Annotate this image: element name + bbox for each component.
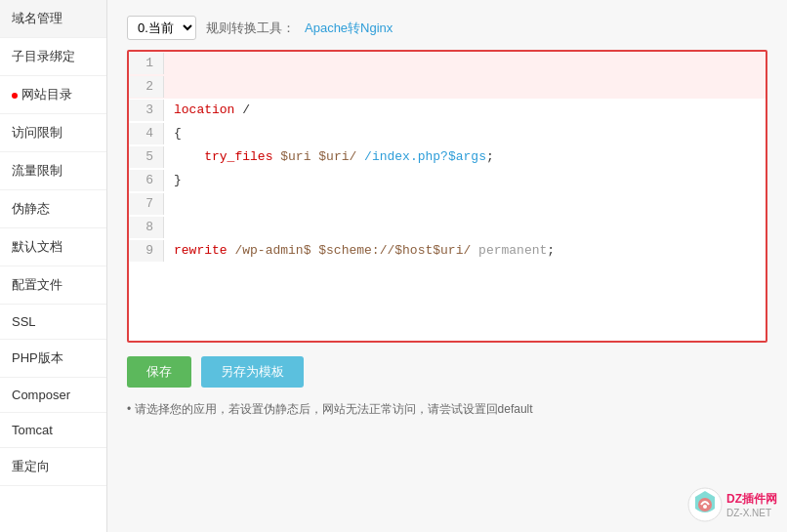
line-num-1: 1 [129, 53, 164, 74]
watermark: DZ插件网 DZ-X.NET [687, 487, 777, 522]
code-lines: 1 2 3 location / 4 { 5 try_files $ [129, 52, 766, 263]
sidebar-item-config[interactable]: 配置文件 [0, 266, 106, 305]
save-template-button[interactable]: 另存为模板 [201, 356, 304, 388]
watermark-logo-icon [687, 487, 723, 522]
watermark-url: DZ-X.NET [726, 508, 777, 518]
line-num-7: 7 [129, 193, 164, 215]
code-line-1: 1 [129, 52, 766, 75]
main-content: 0.当前 规则转换工具： Apache转Nginx 1 2 3 location… [107, 0, 787, 532]
svg-point-2 [703, 505, 707, 509]
watermark-text-block: DZ插件网 DZ-X.NET [726, 491, 777, 518]
line-num-8: 8 [129, 217, 164, 238]
line-content-4: { [164, 123, 182, 144]
sidebar-item-access[interactable]: 访问限制 [0, 114, 106, 152]
line-content-5: try_files $uri $uri/ /index.php?$args; [164, 146, 494, 168]
line-num-9: 9 [129, 240, 164, 262]
sidebar-item-redirect[interactable]: 重定向 [0, 448, 106, 486]
sidebar-item-webdir[interactable]: 网站目录 [0, 76, 106, 114]
sidebar-item-rewrite[interactable]: 伪静态 [0, 190, 106, 228]
code-editor[interactable]: 1 2 3 location / 4 { 5 try_files $ [127, 50, 767, 343]
code-line-7: 7 [129, 192, 766, 216]
sidebar-item-composer[interactable]: Composer [0, 378, 106, 413]
note-text: • 请选择您的应用，若设置伪静态后，网站无法正常访问，请尝试设置回default [127, 401, 767, 418]
sidebar-item-default-doc[interactable]: 默认文档 [0, 228, 106, 266]
code-line-3: 3 location / [129, 99, 766, 122]
sidebar-item-tomcat[interactable]: Tomcat [0, 413, 106, 448]
save-button[interactable]: 保存 [127, 356, 191, 388]
code-line-8: 8 [129, 216, 766, 239]
line-content-9: rewrite /wp-admin$ $scheme://$host$uri/ … [164, 240, 555, 262]
code-line-5: 5 try_files $uri $uri/ /index.php?$args; [129, 145, 766, 169]
rule-tool-link[interactable]: Apache转Nginx [305, 20, 393, 37]
line-num-6: 6 [129, 170, 164, 191]
sidebar-item-ssl[interactable]: SSL [0, 305, 106, 340]
sidebar-item-php[interactable]: PHP版本 [0, 340, 106, 378]
sidebar-item-domain[interactable]: 域名管理 [0, 0, 106, 38]
top-bar: 0.当前 规则转换工具： Apache转Nginx [127, 16, 767, 40]
version-select[interactable]: 0.当前 [127, 16, 196, 40]
sidebar: 域名管理 子目录绑定 网站目录 访问限制 流量限制 伪静态 默认文档 配置文件 … [0, 0, 107, 532]
code-line-9: 9 rewrite /wp-admin$ $scheme://$host$uri… [129, 239, 766, 263]
watermark-name: DZ插件网 [726, 491, 777, 508]
line-content-3: location / [164, 100, 250, 121]
action-buttons: 保存 另存为模板 [127, 356, 767, 388]
line-num-2: 2 [129, 76, 164, 98]
code-line-2: 2 [129, 75, 766, 99]
line-content-6: } [164, 170, 182, 191]
line-num-4: 4 [129, 123, 164, 144]
line-num-5: 5 [129, 146, 164, 168]
code-line-6: 6 } [129, 169, 766, 192]
sidebar-item-traffic[interactable]: 流量限制 [0, 152, 106, 190]
line-num-3: 3 [129, 100, 164, 121]
sidebar-item-subdir[interactable]: 子目录绑定 [0, 38, 106, 76]
rule-tool-label: 规则转换工具： [206, 20, 295, 37]
code-line-4: 4 { [129, 122, 766, 145]
